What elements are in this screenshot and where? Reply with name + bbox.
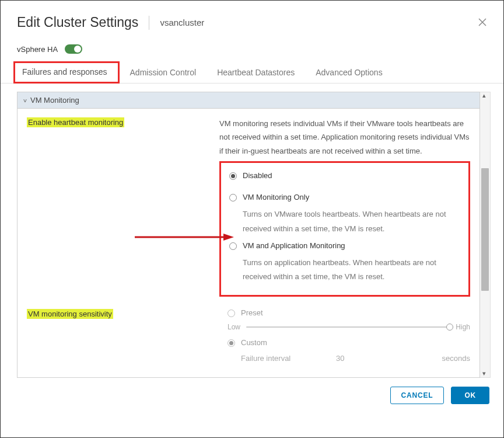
scroll-up-icon[interactable] xyxy=(480,92,490,100)
radio-vm-app-label: VM and Application Monitoring xyxy=(243,241,345,250)
tab-failures-responses[interactable]: Failures and responses xyxy=(13,61,120,84)
tab-advanced-options[interactable]: Advanced Options xyxy=(305,62,393,83)
radio-custom-label: Custom xyxy=(241,338,267,347)
sensitivity-slider[interactable] xyxy=(246,326,450,328)
radio-vm-app-desc: Turns on application heartbeats. When he… xyxy=(243,256,460,284)
radio-vm-only-label: VM Monitoring Only xyxy=(243,193,309,201)
sensitivity-label: VM monitoring sensitivity xyxy=(27,309,113,319)
annotation-arrow xyxy=(135,234,234,241)
monitoring-options-box: Disabled VM Monitoring Only Turns on VMw… xyxy=(219,161,470,297)
failure-interval-value: 30 xyxy=(336,354,429,362)
radio-preset[interactable] xyxy=(228,310,235,317)
tab-bar: Failures and responses Admission Control… xyxy=(1,62,503,84)
tab-heartbeat-datastores[interactable]: Heartbeat Datastores xyxy=(206,62,305,83)
section-header-vm-monitoring[interactable]: ⅴ VM Monitoring xyxy=(18,92,480,109)
header-separator xyxy=(149,16,149,30)
cancel-button[interactable]: CANCEL xyxy=(390,387,444,404)
scroll-thumb[interactable] xyxy=(481,168,489,291)
failure-interval-unit: seconds xyxy=(429,354,470,362)
radio-disabled-label: Disabled xyxy=(243,171,272,180)
scroll-down-icon[interactable] xyxy=(480,369,490,377)
radio-disabled[interactable] xyxy=(229,172,237,180)
radio-preset-label: Preset xyxy=(241,308,263,317)
vm-monitoring-description: VM monitoring resets individual VMs if t… xyxy=(219,117,470,158)
ok-button[interactable]: OK xyxy=(451,387,489,404)
slider-handle[interactable] xyxy=(446,324,453,331)
radio-custom[interactable] xyxy=(228,339,235,347)
slider-high-label: High xyxy=(456,323,470,331)
close-icon[interactable] xyxy=(478,17,487,29)
settings-panel: ⅴ VM Monitoring Enable heartbeat monitor… xyxy=(17,92,480,378)
slider-low-label: Low xyxy=(228,323,240,331)
ha-toggle[interactable] xyxy=(65,44,82,54)
radio-vm-app[interactable] xyxy=(229,242,237,250)
chevron-down-icon: ⅴ xyxy=(23,97,27,103)
radio-vm-only-desc: Turns on VMware tools heartbeats. When h… xyxy=(243,207,460,236)
enable-heartbeat-label: Enable heartbeat monitoring xyxy=(27,117,124,127)
cluster-name: vsancluster xyxy=(160,18,204,27)
tab-admission-control[interactable]: Admission Control xyxy=(120,62,207,83)
failure-interval-label: Failure interval xyxy=(241,354,336,362)
scrollbar[interactable] xyxy=(480,92,491,378)
page-title: Edit Cluster Settings xyxy=(17,15,138,30)
section-title: VM Monitoring xyxy=(30,96,79,105)
radio-vm-only[interactable] xyxy=(229,194,237,201)
ha-toggle-label: vSphere HA xyxy=(17,45,58,54)
